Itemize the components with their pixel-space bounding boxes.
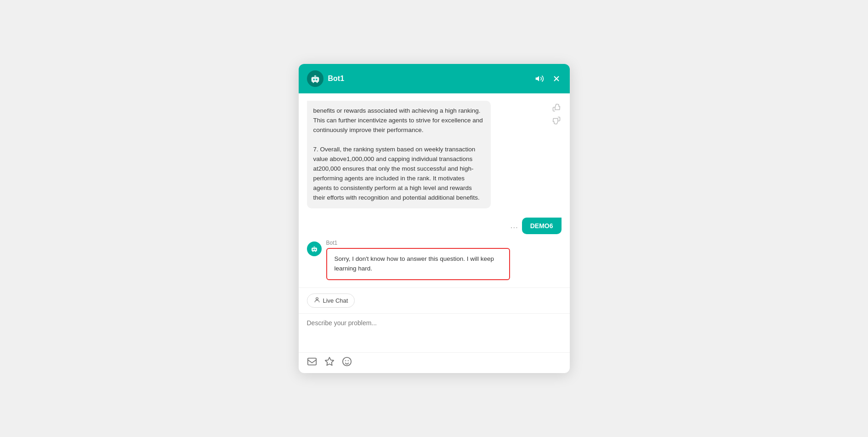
svg-point-25 [345,360,346,361]
svg-rect-16 [314,247,314,247]
svg-rect-4 [315,76,315,77]
bot-error-message-block: Bot1 Sorry, I don't know how to answer t… [299,236,570,288]
user-bubble: DEMO6 [522,218,562,234]
error-message-content: Bot1 Sorry, I don't know how to answer t… [326,240,562,280]
bottom-toolbar [299,352,570,373]
error-bubble: Sorry, I don't know how to answer this q… [326,248,510,280]
feedback-icons [551,103,562,126]
header-actions [534,73,562,84]
email-button[interactable] [307,356,317,367]
live-chat-label: Live Chat [323,297,348,304]
svg-point-1 [313,79,315,80]
sound-button[interactable] [534,73,545,84]
svg-point-14 [314,249,316,250]
bot-bubble-partial: benefits or rewards associated with achi… [307,101,491,208]
message-input[interactable] [307,319,562,347]
input-area [299,313,570,352]
user-message-row: … DEMO6 [299,216,570,236]
chat-title: Bot1 [328,75,529,83]
chat-widget: Bot1 benefits or rewards [299,64,570,373]
svg-rect-7 [311,79,312,80]
svg-rect-8 [318,79,319,80]
svg-rect-22 [307,358,316,365]
svg-rect-20 [316,248,317,250]
svg-point-21 [316,297,318,299]
svg-point-2 [315,79,317,80]
svg-rect-12 [312,247,317,251]
star-button[interactable] [324,356,335,367]
thumbs-down-button[interactable] [551,115,562,126]
person-icon [314,297,320,305]
svg-rect-5 [312,82,314,83]
svg-rect-18 [315,251,316,252]
emoji-button[interactable] [342,356,352,367]
bot-sender-name: Bot1 [326,240,562,246]
svg-point-24 [342,357,351,365]
live-chat-area: Live Chat [299,288,570,313]
svg-point-26 [347,360,348,361]
svg-rect-17 [312,251,313,252]
svg-point-13 [312,249,314,250]
chat-header: Bot1 [299,64,570,93]
thumbs-up-button[interactable] [551,103,562,113]
svg-rect-19 [312,248,312,250]
svg-marker-23 [325,357,333,365]
bot-avatar-header [307,70,323,87]
svg-rect-0 [311,77,319,82]
messages-area: benefits or rewards associated with achi… [299,93,570,215]
svg-rect-6 [316,82,318,83]
close-button[interactable] [551,74,562,84]
ellipsis-icon: … [510,221,518,230]
svg-marker-9 [535,76,539,82]
bot-message-partial: benefits or rewards associated with achi… [307,101,562,208]
live-chat-button[interactable]: Live Chat [307,293,355,308]
bot-avatar-small [307,242,322,256]
